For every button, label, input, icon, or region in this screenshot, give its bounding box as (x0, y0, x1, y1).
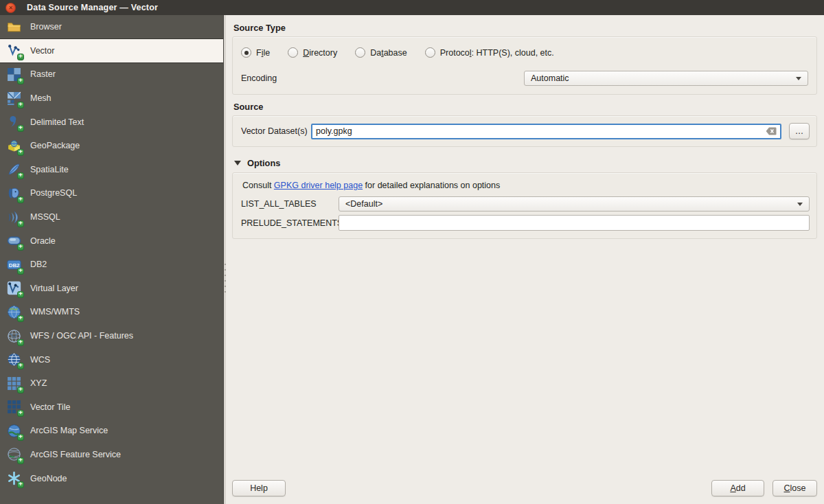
options-header: Options (247, 158, 280, 168)
list-all-tables-row: LIST_ALL_TABLES <Default> (241, 196, 810, 211)
add-layer-plus-badge (17, 54, 24, 60)
sidebar-item-postgresql[interactable]: PostgreSQL (0, 181, 223, 205)
list-all-tables-combobox[interactable]: <Default> (339, 196, 810, 211)
mesh-layer-icon (7, 91, 21, 106)
sidebar-item-delimited-text[interactable]: Delimited Text (0, 110, 223, 134)
collapse-triangle-icon[interactable] (234, 161, 241, 165)
add-layer-plus-badge (17, 339, 24, 346)
sidebar-item-label: GeoPackage (30, 141, 80, 150)
sidebar-item-virtual-layer[interactable]: Virtual Layer (0, 277, 223, 301)
sidebar-item-label: WFS / OGC API - Features (30, 331, 133, 341)
radio-directory[interactable]: Directory (288, 47, 337, 58)
sidebar-item-label: ArcGIS Map Service (30, 426, 108, 435)
add-layer-plus-badge (17, 410, 24, 417)
sidebar-item-label: Delimited Text (30, 117, 84, 127)
radio-database-indicator[interactable] (355, 47, 365, 58)
sidebar-item-label: Mesh (30, 93, 52, 103)
consult-suffix: for detailed explanations on options (363, 181, 500, 190)
add-layer-plus-badge (17, 291, 24, 298)
geopackage-icon (7, 139, 21, 153)
add-layer-plus-badge (17, 434, 24, 441)
sidebar-item-label: Vector (30, 46, 54, 56)
sidebar-item-vector-tile[interactable]: Vector Tile (0, 396, 223, 420)
close-icon[interactable] (5, 3, 16, 13)
clear-text-icon[interactable] (766, 127, 777, 135)
radio-file[interactable]: File (241, 47, 270, 58)
sidebar-item-raster[interactable]: Raster (0, 62, 223, 87)
radio-database[interactable]: Database (355, 47, 407, 58)
list-all-tables-value: <Default> (345, 199, 382, 209)
window-title: Data Source Manager — Vector (27, 3, 158, 12)
sidebar-item-mesh[interactable]: Mesh (0, 87, 223, 111)
arcgis-map-service-icon (7, 424, 21, 438)
help-button[interactable]: Help (232, 480, 286, 496)
consult-help-line: Consult GPKG driver help page for detail… (242, 181, 810, 190)
sidebar-item-label: SpatiaLite (30, 165, 69, 174)
add-layer-plus-badge (17, 149, 24, 156)
sidebar-item-xyz[interactable]: XYZ (0, 371, 223, 396)
close-button[interactable]: Close (772, 480, 817, 496)
add-layer-plus-badge (17, 457, 24, 464)
add-layer-plus-badge (17, 244, 24, 251)
add-layer-plus-badge (17, 125, 24, 132)
sidebar-item-oracle[interactable]: Oracle (0, 229, 223, 253)
oracle-icon (7, 233, 21, 248)
virtual-layer-icon (7, 281, 21, 295)
sidebar-item-label: Virtual Layer (30, 284, 78, 293)
sidebar-splitter-handle[interactable] (223, 15, 226, 504)
sidebar-item-arcgis-feature-service[interactable]: ArcGIS Feature Service (0, 443, 223, 467)
sidebar-item-browser[interactable]: Browser (0, 15, 223, 39)
sidebar-item-mssql[interactable]: MSSQL (0, 205, 223, 229)
sidebar-item-label: WCS (30, 355, 50, 365)
sidebar-item-wcs[interactable]: WCS (0, 347, 223, 371)
options-groupbox: Consult GPKG driver help page for detail… (232, 172, 817, 239)
vector-dataset-input[interactable] (311, 124, 781, 139)
encoding-label: Encoding (241, 73, 277, 83)
radio-protocol[interactable]: Protocol: HTTP(S), cloud, etc. (425, 47, 554, 58)
add-layer-plus-badge (17, 481, 24, 488)
sidebar-item-geopackage[interactable]: GeoPackage (0, 134, 223, 158)
radio-file-indicator[interactable] (241, 47, 251, 58)
encoding-row: Encoding Automatic (241, 71, 808, 86)
radio-protocol-indicator[interactable] (425, 47, 435, 58)
sidebar-item-geonode[interactable]: GeoNode (0, 466, 223, 490)
dialog-button-box: Help Add Close (232, 480, 817, 497)
sidebar-item-label: Oracle (30, 236, 56, 246)
sidebar-item-label: PostgreSQL (30, 188, 77, 198)
sidebar-item-vector[interactable]: Vector (0, 39, 223, 63)
arcgis-feature-service-icon (7, 447, 21, 461)
add-button[interactable]: Add (711, 480, 764, 496)
source-type-header: Source Type (233, 23, 817, 33)
sidebar-item-wms-wmts[interactable]: WMS/WMTS (0, 300, 223, 324)
mssql-icon (7, 210, 21, 225)
chevron-down-icon (796, 77, 801, 80)
list-all-tables-label: LIST_ALL_TABLES (241, 199, 339, 209)
sidebar-item-label: GeoNode (30, 474, 67, 483)
sidebar-item-label: XYZ (30, 378, 47, 388)
sidebar-item-arcgis-map-service[interactable]: ArcGIS Map Service (0, 419, 223, 443)
sidebar-item-spatialite[interactable]: SpatiaLite (0, 158, 223, 182)
sidebar-item-wfs-ogc-api-features[interactable]: WFS / OGC API - Features (0, 324, 223, 348)
browse-files-button[interactable]: … (789, 123, 810, 139)
postgresql-icon (7, 186, 21, 201)
vector-source-panel: Source Type File Directory Database Prot (226, 15, 824, 504)
add-layer-plus-badge (17, 268, 24, 275)
sidebar-item-label: Vector Tile (30, 402, 70, 412)
spatialite-icon (7, 162, 21, 176)
vector-dataset-input-wrap (311, 124, 781, 139)
encoding-combobox[interactable]: Automatic (524, 71, 808, 86)
gpkg-driver-help-link[interactable]: GPKG driver help page (274, 181, 363, 190)
add-layer-plus-badge (17, 315, 24, 322)
add-layer-plus-badge (17, 78, 24, 84)
wcs-icon (7, 352, 21, 367)
delimited-text-icon (7, 115, 21, 129)
sidebar-item-label: Browser (30, 22, 62, 32)
wms-wmts-icon (7, 305, 21, 319)
prelude-statements-input[interactable] (339, 215, 810, 231)
options-collapse-header[interactable]: Options (234, 158, 817, 168)
prelude-statements-row: PRELUDE_STATEMENTS (241, 215, 810, 231)
radio-directory-indicator[interactable] (288, 47, 298, 58)
add-layer-plus-badge (17, 363, 24, 369)
sidebar-item-db2[interactable]: DB2DB2 (0, 253, 223, 277)
source-groupbox: Vector Dataset(s) … (232, 115, 817, 147)
